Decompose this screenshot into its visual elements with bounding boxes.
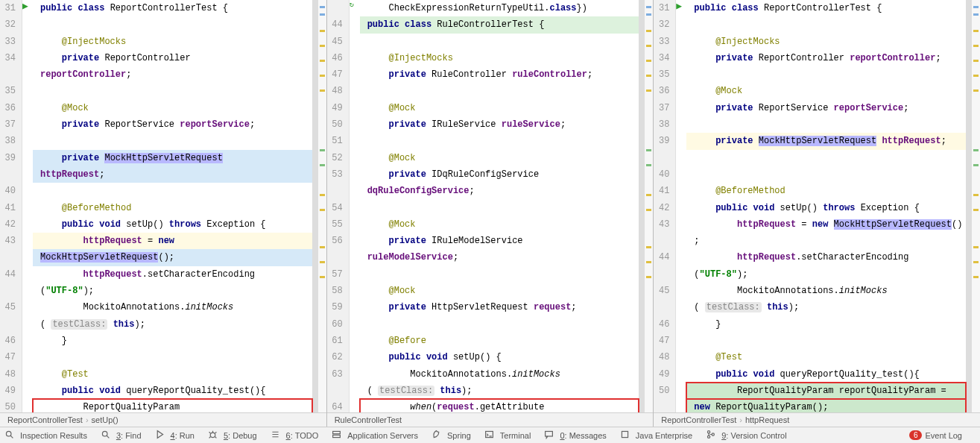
code-line[interactable] bbox=[33, 16, 312, 33]
breadcrumb-item[interactable]: httpRequest bbox=[745, 415, 789, 424]
code-line[interactable] bbox=[686, 166, 966, 183]
breadcrumb-item[interactable]: RuleControllerTest bbox=[335, 415, 402, 424]
code-line[interactable]: ReportQualityParam bbox=[33, 399, 312, 412]
code-line[interactable]: } bbox=[33, 333, 312, 349]
code-line[interactable]: @Mock bbox=[360, 150, 639, 166]
code-line[interactable]: CheckExpressionReturnTypeUtil.class}) bbox=[360, 0, 639, 16]
breadcrumb[interactable]: RuleControllerTest bbox=[327, 412, 654, 427]
toolwindow-button-messages[interactable]: 0: Messages bbox=[544, 430, 606, 441]
code-line[interactable] bbox=[686, 116, 966, 133]
code-line[interactable]: @Before bbox=[360, 333, 639, 349]
code-line[interactable]: @Mock bbox=[360, 216, 639, 233]
line-number-gutter[interactable]: 4445464748495051525354555657585960616263… bbox=[327, 0, 350, 412]
code-line[interactable]: ( testClass: this); bbox=[33, 316, 312, 333]
vertical-scrollbar[interactable] bbox=[639, 0, 644, 412]
code-line[interactable]: dqRuleConfigService; bbox=[360, 183, 639, 199]
toolwindow-button-todo[interactable]: 6: TODO bbox=[271, 430, 319, 441]
code-line[interactable]: @Mock bbox=[360, 283, 639, 299]
code-line[interactable] bbox=[360, 34, 639, 50]
code-line[interactable]: MockitoAnnotations.initMocks bbox=[33, 299, 312, 315]
code-line[interactable]: @Test bbox=[686, 349, 966, 365]
code-line[interactable]: httpRequest.setCharacterEncoding bbox=[686, 249, 966, 266]
code-line[interactable]: private IRuleService ruleService; bbox=[360, 116, 639, 133]
code-line[interactable]: httpRequest = new bbox=[33, 233, 312, 249]
toolwindow-button-java-enterprise[interactable]: Java Enterprise bbox=[620, 430, 692, 441]
code-line[interactable]: ruleModelService; bbox=[360, 249, 639, 266]
code-line[interactable]: new ReportQualityParam(); bbox=[686, 399, 966, 412]
code-line[interactable] bbox=[686, 333, 966, 349]
code-line[interactable]: private ReportController reportControlle… bbox=[686, 50, 966, 66]
code-line[interactable]: @Mock bbox=[33, 100, 312, 116]
code-line[interactable] bbox=[686, 66, 966, 83]
code-line[interactable] bbox=[360, 266, 639, 283]
toolwindow-button-run[interactable]: 4: Run bbox=[155, 430, 195, 441]
error-stripe[interactable] bbox=[644, 0, 653, 412]
event-log-button[interactable]: 6Event Log bbox=[909, 430, 962, 440]
line-number-gutter[interactable]: 3132333435363738394041424344454647484950 bbox=[654, 0, 676, 412]
code-line[interactable]: @InjectMocks bbox=[360, 50, 639, 66]
code-line[interactable]: httpRequest; bbox=[33, 166, 312, 183]
code-line[interactable]: public void setUp() throws Exception { bbox=[686, 200, 966, 216]
code-line[interactable]: public void setUp() throws Exception { bbox=[33, 216, 312, 233]
code-line[interactable]: public void setUp() { bbox=[360, 349, 639, 365]
code-line[interactable]: private HttpServletRequest request; bbox=[360, 299, 639, 315]
code-line[interactable]: @BeforeMethod bbox=[33, 200, 312, 216]
code-line[interactable]: @Test bbox=[33, 366, 312, 383]
line-number-gutter[interactable]: 3132333435363738394041424344454647484950 bbox=[0, 0, 22, 412]
breadcrumb-item[interactable]: ReportControllerTest bbox=[7, 415, 83, 424]
code-line[interactable]: MockitoAnnotations.initMocks bbox=[686, 283, 966, 299]
toolwindow-button-debug[interactable]: 5: Debug bbox=[208, 430, 257, 441]
code-line[interactable]: public class RuleControllerTest { bbox=[360, 16, 639, 33]
error-stripe[interactable] bbox=[971, 0, 980, 412]
breadcrumb-item[interactable]: ReportControllerTest bbox=[661, 415, 736, 424]
code-line[interactable] bbox=[360, 200, 639, 216]
vertical-scrollbar[interactable] bbox=[312, 0, 317, 412]
code-line[interactable]: ("UTF-8"); bbox=[33, 283, 312, 299]
code-line[interactable] bbox=[360, 83, 639, 99]
code-line[interactable]: ReportQualityParam reportQualityParam = bbox=[686, 383, 966, 399]
code-line[interactable]: private IRuleModelService bbox=[360, 233, 639, 249]
code-line[interactable]: @BeforeMethod bbox=[686, 183, 966, 199]
toolwindow-button-application-servers[interactable]: Application Servers bbox=[332, 430, 418, 441]
code-line[interactable]: when(request.getAttribute bbox=[360, 399, 639, 412]
run-gutter-icon[interactable]: ▶ bbox=[22, 0, 28, 12]
code-line[interactable] bbox=[360, 133, 639, 149]
breadcrumb[interactable]: ReportControllerTest›httpRequest bbox=[654, 412, 980, 427]
code-line[interactable]: public void queryReportQuality_test(){ bbox=[33, 383, 312, 399]
code-line[interactable]: @Mock bbox=[360, 100, 639, 116]
code-line[interactable]: MockitoAnnotations.initMocks bbox=[360, 366, 639, 383]
code-line[interactable] bbox=[686, 16, 966, 33]
code-line[interactable]: private RuleController ruleController; bbox=[360, 66, 639, 83]
code-line[interactable] bbox=[33, 83, 312, 99]
code-line[interactable]: @Mock bbox=[686, 83, 966, 99]
code-line[interactable]: ( testClass: this); bbox=[686, 299, 966, 315]
code-line[interactable]: private ReportService reportService; bbox=[33, 116, 312, 133]
diff-refresh-icon[interactable]: ↻ bbox=[350, 0, 354, 9]
code-line[interactable] bbox=[33, 133, 312, 149]
code-line[interactable] bbox=[686, 150, 966, 166]
code-line[interactable]: private IDqRuleConfigService bbox=[360, 166, 639, 183]
code-line[interactable] bbox=[360, 316, 639, 333]
code-line[interactable]: ( testClass: this); bbox=[360, 383, 639, 399]
toolwindow-button-spring[interactable]: Spring bbox=[431, 430, 471, 441]
vertical-scrollbar[interactable] bbox=[966, 0, 971, 412]
code-line[interactable]: @InjectMocks bbox=[686, 34, 966, 50]
code-line[interactable]: public class ReportControllerTest { bbox=[33, 0, 312, 16]
code-line[interactable]: private ReportService reportService; bbox=[686, 100, 966, 116]
code-line[interactable]: ; bbox=[686, 233, 966, 249]
toolwindow-button-find[interactable]: 3: Find bbox=[101, 430, 142, 441]
code-line[interactable]: @InjectMocks bbox=[33, 34, 312, 50]
code-line[interactable] bbox=[33, 349, 312, 365]
toolwindow-button-terminal[interactable]: Terminal bbox=[484, 430, 531, 441]
code-line[interactable]: public class ReportControllerTest { bbox=[686, 0, 966, 16]
code-editor[interactable]: public class ReportControllerTest { @Inj… bbox=[686, 0, 966, 412]
toolwindow-button-inspection-results[interactable]: Inspection Results bbox=[4, 430, 87, 441]
error-stripe[interactable] bbox=[317, 0, 326, 412]
code-line[interactable]: private MockHttpServletRequest httpReque… bbox=[686, 133, 966, 149]
code-line[interactable]: MockHttpServletRequest(); bbox=[33, 249, 312, 266]
code-line[interactable]: private ReportController bbox=[33, 50, 312, 66]
code-line[interactable]: httpRequest.setCharacterEncoding bbox=[33, 266, 312, 283]
toolwindow-button-version-control[interactable]: 9: Version Control bbox=[706, 430, 786, 441]
code-line[interactable]: public void queryReportQuality_test(){ bbox=[686, 366, 966, 383]
code-line[interactable]: private MockHttpServletRequest bbox=[33, 150, 312, 166]
